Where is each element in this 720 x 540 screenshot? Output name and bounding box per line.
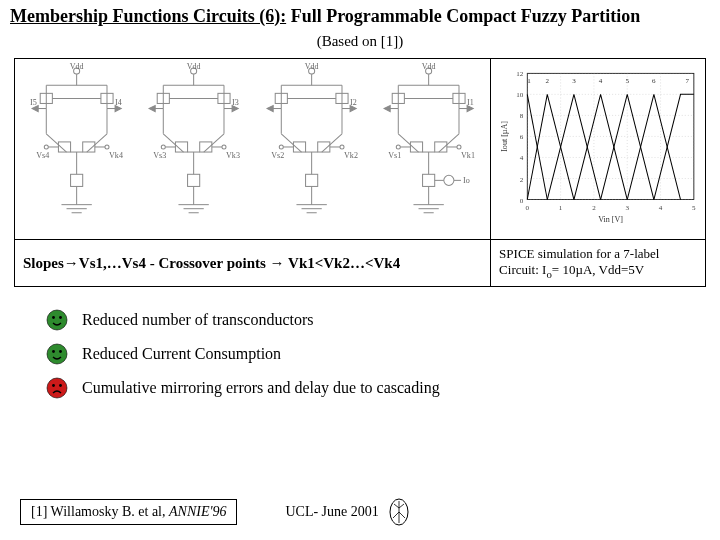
svg-text:I3: I3	[232, 98, 239, 107]
sad-face-icon	[46, 377, 68, 399]
svg-text:Iout [µA]: Iout [µA]	[500, 121, 509, 152]
bullet-row: Cumulative mirroring errors and delay du…	[46, 377, 720, 399]
spice-plot: 0123450246810121234567Vin [V]Iout [µA]	[497, 63, 699, 225]
arrow-right-icon: →	[270, 254, 285, 271]
svg-line-49	[204, 134, 224, 152]
svg-text:Vs2: Vs2	[271, 151, 284, 160]
cap-right-line2: Circuit: Io= 10µA, Vdd=5V	[499, 262, 697, 280]
svg-text:5: 5	[692, 204, 696, 212]
svg-point-174	[52, 316, 55, 319]
caption-left: Slopes→Vs1,…Vs4 - Crossover points → Vk1…	[15, 240, 491, 286]
svg-rect-120	[422, 174, 434, 186]
svg-text:I4: I4	[115, 98, 122, 107]
cap-vs: Vs1,…Vs4 - Crossover points	[79, 255, 270, 271]
svg-text:1: 1	[527, 77, 531, 85]
svg-text:Vdd: Vdd	[304, 63, 318, 71]
caption-row: Slopes→Vs1,…Vs4 - Crossover points → Vk1…	[15, 240, 705, 286]
svg-text:0: 0	[526, 204, 530, 212]
bullet-list: Reduced number of transconductors Reduce…	[46, 309, 720, 399]
svg-text:Vk3: Vk3	[226, 151, 240, 160]
svg-rect-54	[188, 174, 200, 186]
svg-rect-87	[305, 174, 317, 186]
svg-text:Vk2: Vk2	[344, 151, 358, 160]
svg-line-48	[164, 134, 184, 152]
subtitle: (Based on [1])	[0, 29, 720, 56]
cap-right-line1: SPICE simulation for a 7-label	[499, 246, 697, 262]
happy-face-icon	[46, 309, 68, 331]
figure-panel: Vdd I5 I4 Vs4 Vk4	[14, 58, 706, 287]
svg-text:2: 2	[520, 176, 524, 184]
svg-point-178	[59, 350, 62, 353]
bullet-row: Reduced Current Consumption	[46, 343, 720, 365]
arrow-right-icon: →	[64, 254, 79, 271]
reference-box: [1] Willamosky B. et al, ANNIE'96	[20, 499, 237, 525]
svg-text:4: 4	[599, 77, 603, 85]
svg-point-175	[59, 316, 62, 319]
svg-line-14	[46, 134, 66, 152]
svg-point-173	[47, 310, 67, 330]
svg-text:12: 12	[516, 70, 524, 78]
svg-point-181	[59, 384, 62, 387]
svg-text:Io: Io	[463, 176, 470, 185]
svg-point-179	[47, 378, 67, 398]
svg-text:3: 3	[626, 204, 630, 212]
svg-point-177	[52, 350, 55, 353]
bullet-text: Reduced Current Consumption	[82, 345, 281, 363]
svg-text:2: 2	[546, 77, 550, 85]
svg-text:6: 6	[652, 77, 656, 85]
ref-text: [1] Willamosky B. et al,	[31, 504, 169, 519]
svg-point-95	[340, 145, 344, 149]
svg-point-126	[396, 145, 400, 149]
svg-point-180	[52, 384, 55, 387]
svg-text:10: 10	[516, 91, 524, 99]
svg-text:Vk4: Vk4	[109, 151, 123, 160]
svg-marker-44	[149, 105, 155, 111]
svg-text:Vs4: Vs4	[36, 151, 49, 160]
svg-text:3: 3	[572, 77, 576, 85]
svg-point-60	[162, 145, 166, 149]
svg-rect-20	[71, 174, 83, 186]
svg-line-15	[87, 134, 107, 152]
svg-line-82	[321, 134, 341, 152]
svg-text:Vdd: Vdd	[70, 63, 84, 71]
svg-text:7: 7	[686, 77, 690, 85]
bullet-text: Reduced number of transconductors	[82, 311, 313, 329]
svg-text:1: 1	[559, 204, 563, 212]
svg-line-81	[281, 134, 301, 152]
happy-face-icon	[46, 343, 68, 365]
plot-cell: 0123450246810121234567Vin [V]Iout [µA]	[491, 59, 705, 239]
svg-text:Vk1: Vk1	[461, 151, 475, 160]
svg-line-114	[398, 134, 418, 152]
svg-marker-110	[384, 105, 390, 111]
svg-text:2: 2	[592, 204, 596, 212]
schematic-stage: Vdd I1 Vs1 Vk1 Io	[371, 63, 486, 235]
svg-point-26	[44, 145, 48, 149]
svg-text:I2: I2	[350, 98, 357, 107]
schematic-cell: Vdd I5 I4 Vs4 Vk4	[15, 59, 491, 239]
ucl-logo-icon	[389, 498, 409, 526]
cap-vk: Vk1<Vk2…<Vk4	[285, 255, 401, 271]
caption-right: SPICE simulation for a 7-label Circuit: …	[491, 240, 705, 286]
schematic-stage: Vdd I3 Vs3 Vk3	[136, 63, 251, 235]
svg-point-28	[105, 145, 109, 149]
svg-text:I1: I1	[467, 98, 474, 107]
svg-marker-77	[267, 105, 273, 111]
svg-text:4: 4	[520, 154, 524, 162]
svg-text:Vdd: Vdd	[187, 63, 201, 71]
svg-text:Vs1: Vs1	[388, 151, 401, 160]
svg-point-176	[47, 344, 67, 364]
bullet-row: Reduced number of transconductors	[46, 309, 720, 331]
title-rest: Full Programmable Compact Fuzzy Partitio…	[286, 6, 640, 26]
svg-text:0: 0	[520, 197, 524, 205]
svg-text:Vdd: Vdd	[422, 63, 436, 71]
svg-text:5: 5	[626, 77, 630, 85]
svg-point-128	[457, 145, 461, 149]
bullet-text: Cumulative mirroring errors and delay du…	[82, 379, 440, 397]
svg-line-115	[439, 134, 459, 152]
svg-point-93	[279, 145, 283, 149]
schematic-stage: Vdd I2 Vs2 Vk2	[254, 63, 369, 235]
ref-italic: ANNIE'96	[169, 504, 226, 519]
svg-text:8: 8	[520, 112, 524, 120]
svg-text:Vs3: Vs3	[153, 151, 166, 160]
svg-text:I5: I5	[30, 98, 37, 107]
